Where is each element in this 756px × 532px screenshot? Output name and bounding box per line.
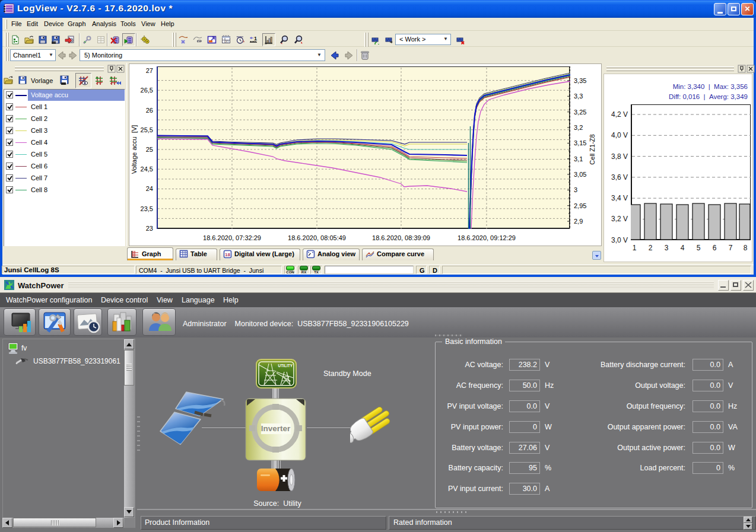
svg-text:XY: XY (225, 40, 229, 43)
svg-text:UTILITY: UTILITY (278, 364, 293, 368)
svg-text:18: 18 (225, 252, 230, 257)
svg-text:Inverter: Inverter (261, 424, 291, 433)
svg-text:1: 1 (254, 36, 257, 42)
